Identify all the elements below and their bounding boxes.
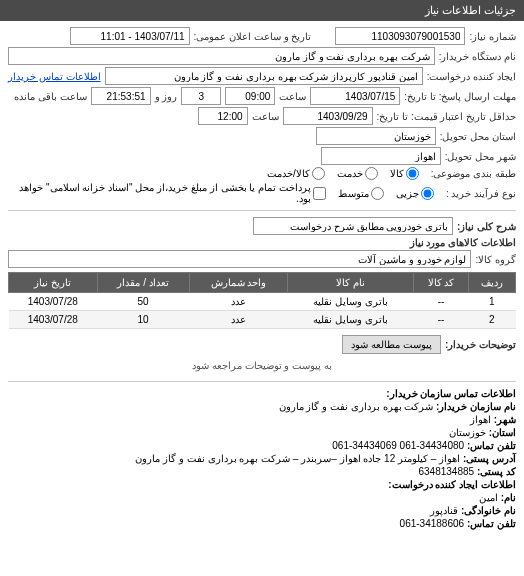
requester-input[interactable] xyxy=(105,67,423,85)
type-medium-option[interactable]: متوسط xyxy=(338,187,384,200)
buyer-org-label: نام دستگاه خریدار: xyxy=(439,51,516,62)
attachment-note: به پیوست و توضیحات مراجعه شود xyxy=(8,356,516,375)
remaining-time-input[interactable] xyxy=(91,87,151,105)
delivery-province-input[interactable] xyxy=(316,127,436,145)
delivery-city-label: شهر محل تحویل: xyxy=(445,151,516,162)
class-goods-text: کالا xyxy=(390,168,404,179)
cell-row: 2 xyxy=(468,311,515,329)
days-input[interactable] xyxy=(181,87,221,105)
th-date: تاریخ نیاز xyxy=(9,273,98,293)
attachments-label: توضیحات خریدار: xyxy=(445,339,516,350)
need-desc-input[interactable] xyxy=(253,217,453,235)
remaining-label: ساعت باقی مانده xyxy=(14,91,87,102)
rphone-label: تلفن تماس: xyxy=(467,518,516,529)
contact-title: اطلاعات تماس سازمان خریدار: xyxy=(8,388,516,399)
postal-label: کد پستی: xyxy=(477,466,516,477)
class-goods-service-option[interactable]: کالا/خدمت xyxy=(267,167,325,180)
cell-name: باتری وسایل نقلیه xyxy=(288,311,414,329)
group-label: گروه کالا: xyxy=(475,254,516,265)
classification-label: طبقه بندی موضوعی: xyxy=(431,168,516,179)
cell-code: -- xyxy=(414,293,469,311)
class-service-text: خدمت xyxy=(337,168,363,179)
announce-date-label: تاریخ و ساعت اعلان عمومی: xyxy=(194,31,312,42)
th-unit: واحد شمارش xyxy=(189,273,288,293)
cell-qty: 10 xyxy=(97,311,189,329)
cell-unit: عدد xyxy=(189,293,288,311)
items-table: ردیف کد کالا نام کالا واحد شمارش تعداد /… xyxy=(8,272,516,329)
validity-date-input[interactable] xyxy=(283,107,373,125)
city-value: اهواز xyxy=(470,414,491,425)
cell-unit: عدد xyxy=(189,311,288,329)
separator-2 xyxy=(8,381,516,382)
need-desc-label: شرح کلی نیاز: xyxy=(457,221,516,232)
time-label-1: ساعت xyxy=(279,91,306,102)
page-title: جزئیات اطلاعات نیاز xyxy=(425,4,516,16)
time-label-2: ساعت xyxy=(252,111,279,122)
province-label: استان: xyxy=(489,427,516,438)
deadline-label: مهلت ارسال پاسخ: تا تاریخ: xyxy=(404,91,516,102)
cell-row: 1 xyxy=(468,293,515,311)
type-note-option[interactable]: پرداخت تمام یا بخشی از مبلغ خرید،از محل … xyxy=(8,182,326,204)
class-goods-service-radio[interactable] xyxy=(312,167,325,180)
fname-value: امین xyxy=(479,492,498,503)
city-label: شهر: xyxy=(494,414,516,425)
org-value: شرکت بهره برداری نفت و گاز مارون xyxy=(279,401,434,412)
lname-value: قنادپور xyxy=(430,505,458,516)
type-small-option[interactable]: جزیی xyxy=(396,187,434,200)
class-goods-option[interactable]: کالا xyxy=(390,167,419,180)
purchase-type-label: نوع فرآیند خرید : xyxy=(446,188,516,199)
days-label: روز و xyxy=(155,91,178,102)
cell-name: باتری وسایل نقلیه xyxy=(288,293,414,311)
page-header: جزئیات اطلاعات نیاز xyxy=(0,0,524,21)
table-row[interactable]: 2--باتری وسایل نقلیهعدد101403/07/28 xyxy=(9,311,516,329)
separator xyxy=(8,210,516,211)
class-service-option[interactable]: خدمت xyxy=(337,167,378,180)
validity-time-input[interactable] xyxy=(198,107,248,125)
type-small-radio[interactable] xyxy=(421,187,434,200)
items-title: اطلاعات کالاهای مورد نیاز xyxy=(410,237,516,248)
attachment-button[interactable]: پیوست مطالعه شود xyxy=(342,335,441,354)
announce-date-input[interactable] xyxy=(70,27,190,45)
lname-label: نام خانوادگی: xyxy=(461,505,516,516)
deadline-time-input[interactable] xyxy=(225,87,275,105)
class-service-radio[interactable] xyxy=(365,167,378,180)
type-medium-text: متوسط xyxy=(338,188,369,199)
rphone-value: 34188606-061 xyxy=(400,518,465,529)
cell-date: 1403/07/28 xyxy=(9,293,98,311)
buyer-contact-link[interactable]: اطلاعات تماس خریدار xyxy=(8,71,101,82)
th-row: ردیف xyxy=(468,273,515,293)
th-qty: تعداد / مقدار xyxy=(97,273,189,293)
org-label: نام سازمان خریدار: xyxy=(436,401,516,412)
cell-qty: 50 xyxy=(97,293,189,311)
need-number-input[interactable] xyxy=(335,27,465,45)
need-number-label: شماره نیاز: xyxy=(469,31,516,42)
table-row[interactable]: 1--باتری وسایل نقلیهعدد501403/07/28 xyxy=(9,293,516,311)
cell-date: 1403/07/28 xyxy=(9,311,98,329)
delivery-province-label: استان محل تحویل: xyxy=(440,131,516,142)
th-code: کد کالا xyxy=(414,273,469,293)
type-small-text: جزیی xyxy=(396,188,419,199)
class-goods-radio[interactable] xyxy=(406,167,419,180)
address-label: آدرس پستی: xyxy=(463,453,516,464)
phone-label: تلفن تماس: xyxy=(467,440,516,451)
buyer-org-input[interactable] xyxy=(8,47,435,65)
deadline-date-input[interactable] xyxy=(310,87,400,105)
group-input[interactable] xyxy=(8,250,471,268)
requester-label: ایجاد کننده درخواست: xyxy=(427,71,516,82)
th-name: نام کالا xyxy=(288,273,414,293)
fname-label: نام: xyxy=(501,492,516,503)
class-goods-service-text: کالا/خدمت xyxy=(267,168,310,179)
province-value: خوزستان xyxy=(449,427,486,438)
validity-label: حداقل تاریخ اعتبار قیمت: تا تاریخ: xyxy=(377,111,516,122)
address-value: اهواز – کیلومتر 12 جاده اهواز –سربندر – … xyxy=(135,453,460,464)
type-note-checkbox[interactable] xyxy=(313,187,326,200)
cell-code: -- xyxy=(414,311,469,329)
type-note-text: پرداخت تمام یا بخشی از مبلغ خرید،از محل … xyxy=(8,182,311,204)
requester-title: اطلاعات ایجاد کننده درخواست: xyxy=(8,479,516,490)
delivery-city-input[interactable] xyxy=(321,147,441,165)
type-medium-radio[interactable] xyxy=(371,187,384,200)
postal-value: 6348134885 xyxy=(418,466,474,477)
phone-value: 34434080-061 34434069-061 xyxy=(332,440,464,451)
